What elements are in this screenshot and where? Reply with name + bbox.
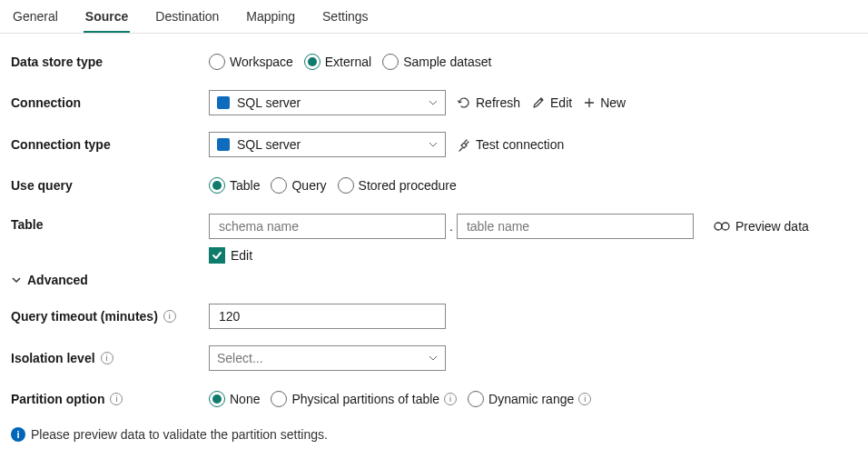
radio-label: Workspace xyxy=(230,55,293,69)
preview-data-label: Preview data xyxy=(735,219,809,234)
connection-value: SQL server xyxy=(237,95,301,110)
test-connection-label: Test connection xyxy=(476,137,564,152)
edit-connection-button[interactable]: Edit xyxy=(531,95,572,110)
radio-partition-none[interactable]: None xyxy=(209,391,260,407)
preview-data-button[interactable]: Preview data xyxy=(714,219,809,234)
radio-label: Stored procedure xyxy=(359,178,457,193)
radio-label: None xyxy=(230,392,260,406)
advanced-label: Advanced xyxy=(27,273,88,287)
radio-icon xyxy=(338,177,354,194)
label-query-timeout: Query timeout (minutes) i xyxy=(11,309,209,324)
hint-text: Please preview data to validate the part… xyxy=(31,427,328,442)
label-partition-option: Partition option i xyxy=(11,392,209,406)
label-isolation-level: Isolation level i xyxy=(11,351,209,365)
chevron-down-icon xyxy=(11,274,22,285)
radio-sample-dataset[interactable]: Sample dataset xyxy=(382,54,491,70)
radio-label: Physical partitions of table xyxy=(291,392,439,406)
sql-server-icon xyxy=(217,96,230,109)
svg-point-0 xyxy=(715,223,722,230)
query-timeout-wrapper xyxy=(209,304,446,329)
radio-icon xyxy=(271,177,287,194)
preview-icon xyxy=(714,221,730,232)
test-connection-button[interactable]: Test connection xyxy=(457,137,564,152)
table-input[interactable] xyxy=(465,218,686,234)
radio-icon xyxy=(271,391,287,407)
info-icon[interactable]: i xyxy=(578,393,591,405)
schema-input[interactable] xyxy=(217,218,438,234)
info-icon[interactable]: i xyxy=(444,393,457,405)
radio-icon xyxy=(209,54,225,70)
radio-icon xyxy=(468,391,484,407)
radio-query[interactable]: Query xyxy=(271,177,326,194)
radio-partition-physical[interactable]: Physical partitions of table i xyxy=(271,391,457,407)
refresh-label: Refresh xyxy=(476,95,520,110)
radio-icon xyxy=(382,54,399,70)
sql-server-icon xyxy=(217,138,230,151)
tab-mapping[interactable]: Mapping xyxy=(244,7,297,33)
edit-icon xyxy=(531,95,546,110)
label-use-query: Use query xyxy=(11,178,209,193)
edit-checkbox-label: Edit xyxy=(231,248,252,263)
tab-settings[interactable]: Settings xyxy=(321,7,370,33)
isolation-placeholder: Select... xyxy=(217,351,263,365)
radio-workspace[interactable]: Workspace xyxy=(209,54,293,70)
radio-icon xyxy=(209,391,225,407)
radio-label: Sample dataset xyxy=(403,55,491,69)
checkbox-icon xyxy=(209,247,225,264)
new-connection-button[interactable]: New xyxy=(583,95,626,110)
radio-icon xyxy=(209,177,225,194)
new-label: New xyxy=(600,95,626,110)
tab-destination[interactable]: Destination xyxy=(153,7,221,33)
radio-external[interactable]: External xyxy=(304,54,371,70)
label-connection-type: Connection type xyxy=(11,137,209,152)
edit-label: Edit xyxy=(550,95,572,110)
radio-table[interactable]: Table xyxy=(209,177,260,194)
advanced-section-toggle[interactable]: Advanced xyxy=(11,273,857,287)
radio-label: Table xyxy=(230,178,260,193)
radio-partition-dynamic[interactable]: Dynamic range i xyxy=(468,391,591,407)
radio-stored-procedure[interactable]: Stored procedure xyxy=(338,177,457,194)
info-solid-icon: i xyxy=(11,427,25,442)
edit-checkbox[interactable]: Edit xyxy=(209,247,252,264)
refresh-icon xyxy=(457,95,471,110)
label-connection: Connection xyxy=(11,95,209,110)
label-data-store-type: Data store type xyxy=(11,55,209,69)
radio-icon xyxy=(304,54,321,70)
tab-general[interactable]: General xyxy=(11,7,60,33)
partition-hint: i Please preview data to validate the pa… xyxy=(11,427,857,442)
source-form: Data store type Workspace External Sampl… xyxy=(0,34,868,459)
info-icon[interactable]: i xyxy=(101,352,113,364)
chevron-down-icon xyxy=(429,354,438,363)
radio-label: Query xyxy=(291,178,326,193)
plug-icon xyxy=(457,137,471,152)
connection-type-value: SQL server xyxy=(237,137,301,152)
tabs-bar: General Source Destination Mapping Setti… xyxy=(0,0,868,34)
tab-source[interactable]: Source xyxy=(84,7,130,33)
table-input-wrapper xyxy=(457,214,694,239)
plus-icon xyxy=(583,96,596,109)
info-icon[interactable]: i xyxy=(110,393,123,405)
refresh-button[interactable]: Refresh xyxy=(457,95,520,110)
radio-label: Dynamic range xyxy=(488,392,574,406)
query-timeout-input[interactable] xyxy=(217,308,438,324)
schema-input-wrapper xyxy=(209,214,446,239)
chevron-down-icon xyxy=(429,98,438,107)
chevron-down-icon xyxy=(429,140,438,149)
connection-type-select[interactable]: SQL server xyxy=(209,132,446,157)
label-table: Table xyxy=(11,214,209,232)
info-icon[interactable]: i xyxy=(163,310,176,323)
connection-select[interactable]: SQL server xyxy=(209,90,446,115)
isolation-level-select[interactable]: Select... xyxy=(209,345,446,371)
radio-label: External xyxy=(325,55,371,69)
svg-point-1 xyxy=(722,223,729,230)
schema-table-separator: . xyxy=(449,219,453,234)
